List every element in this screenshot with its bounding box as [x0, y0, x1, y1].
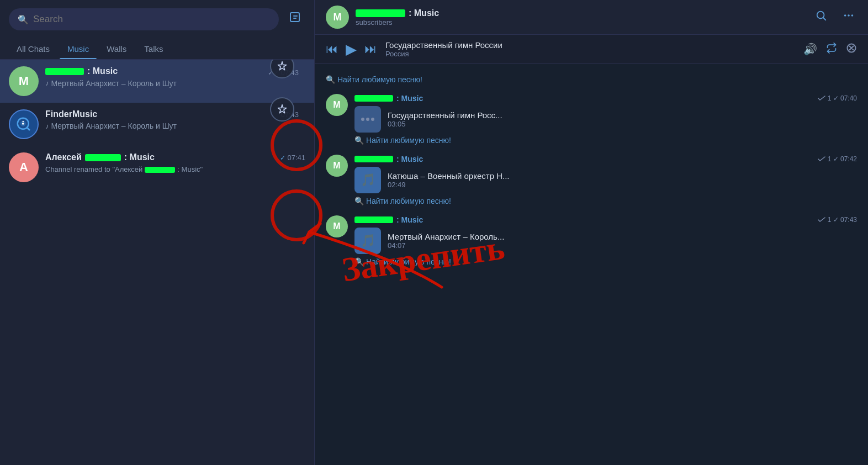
chat-top: : Music ✓✓ 07:43: [45, 66, 299, 77]
avatar: [9, 109, 39, 139]
music-info-3: Мертвый Анархист – Король... 04:07: [388, 232, 504, 250]
redacted-sender: [354, 95, 393, 102]
redacted-name: [45, 68, 84, 75]
header-title-suffix: : Music: [409, 8, 439, 18]
chat-content: Алексей : Music ✓ 07:41 Channel renamed …: [45, 152, 305, 175]
msg-header-3: : Music 1 ✓ 07:43: [354, 215, 857, 224]
msg-content-2: : Music 1 ✓ 07:42 🎵 Катюша – Военный орк…: [354, 155, 857, 205]
find-song-link-2[interactable]: 🔍 Найти любимую песню!: [354, 136, 857, 145]
chat-item-music-m[interactable]: M : Music ✓✓ 07:43 ♪ Мертвый Анархист – …: [0, 60, 314, 103]
player-artist: Россия: [385, 50, 795, 58]
chat-name: : Music: [45, 66, 118, 76]
msg-time-2: 1 ✓ 07:42: [818, 155, 857, 163]
header-title: : Music: [356, 8, 806, 18]
music-card-2: 🎵 Катюша – Военный оркестр Н... 02:49: [354, 167, 857, 193]
svg-point-8: [851, 14, 854, 17]
search-button[interactable]: [813, 7, 829, 27]
chat-name: FinderMusic: [45, 109, 97, 119]
compose-button[interactable]: [285, 8, 305, 31]
note-icon: ♪: [45, 79, 49, 87]
pin-button-2[interactable]: [270, 97, 294, 121]
search-bar[interactable]: 🔍: [9, 8, 279, 30]
msg-header: : Music 1 ✓ 07:40: [354, 94, 857, 103]
chat-item-alexey[interactable]: A Алексей : Music ✓ 07:41 Channel rename…: [0, 146, 314, 189]
volume-button[interactable]: 🔊: [803, 43, 817, 56]
music-thumb-3: 🎵: [354, 228, 381, 254]
msg-sender-2: : Music: [354, 155, 423, 163]
avatar: M: [9, 66, 39, 96]
redacted-sender-2: [354, 156, 393, 162]
msg-content: : Music 1 ✓ 07:40 Государственный гимн Р…: [354, 94, 857, 145]
msg-sender-3: : Music: [354, 215, 423, 224]
player-bar: ⏮ ▶ ⏭ Государственный гимн России Россия…: [315, 35, 868, 64]
find-song-link-3[interactable]: 🔍 Найти любимую песню!: [354, 197, 857, 205]
more-button[interactable]: [840, 7, 857, 27]
redacted-title: [356, 9, 405, 17]
chat-item-findermusic[interactable]: FinderMusic 07:43 ♪ Мертвый Анархист – К…: [0, 103, 314, 146]
player-controls: ⏮ ▶ ⏭: [326, 41, 377, 58]
repeat-button[interactable]: [826, 43, 837, 56]
header-actions: [813, 7, 857, 27]
music-title-3: Мертвый Анархист – Король...: [388, 232, 504, 241]
tab-talks[interactable]: Talks: [136, 39, 171, 59]
tab-all-chats[interactable]: All Chats: [9, 39, 57, 59]
svg-point-5: [817, 12, 824, 19]
tab-music[interactable]: Music: [60, 39, 97, 59]
music-duration-2: 02:49: [388, 181, 509, 189]
svg-point-3: [22, 123, 24, 125]
next-button[interactable]: ⏭: [364, 42, 377, 56]
music-title-2: Катюша – Военный оркестр Н...: [388, 171, 509, 181]
messages-container: 🔍 Найти любимую песню! M : Music 1 ✓ 07:…: [315, 64, 868, 465]
svg-point-7: [848, 14, 850, 17]
music-thumb: [354, 106, 381, 133]
tab-bar: All Chats Music Walls Talks: [0, 39, 314, 60]
msg-avatar: M: [326, 94, 348, 116]
chat-preview: ♪ Мертвый Анархист – Король и Шут: [45, 121, 299, 130]
svg-rect-0: [290, 13, 299, 22]
chat-preview: ♪ Мертвый Анархист – Король и Шут: [45, 79, 299, 88]
chat-header: M : Music subscribers: [315, 0, 868, 35]
msg-avatar-2: M: [326, 155, 348, 177]
prev-button[interactable]: ⏮: [326, 42, 338, 56]
close-player-button[interactable]: [846, 43, 857, 56]
msg-time: 1 ✓ 07:40: [818, 94, 857, 102]
music-card-3: 🎵 Мертвый Анархист – Король... 04:07: [354, 228, 857, 254]
msg-time-3: 1 ✓ 07:43: [818, 216, 857, 224]
play-button[interactable]: ▶: [346, 41, 357, 58]
player-track: Государственный гимн России Россия: [385, 40, 795, 58]
music-info-2: Катюша – Военный оркестр Н... 02:49: [388, 171, 509, 189]
find-song-link[interactable]: 🔍 Найти любимую песню!: [326, 75, 857, 84]
header-avatar: M: [326, 6, 349, 29]
sidebar-header: 🔍: [0, 0, 314, 39]
svg-point-6: [844, 14, 846, 17]
note-icon: ♪: [45, 122, 49, 130]
msg-header-2: : Music 1 ✓ 07:42: [354, 155, 857, 163]
chat-preview: Channel renamed to "Алексей : Music": [45, 165, 305, 175]
redacted-sender-3: [354, 216, 393, 223]
chat-name: Алексей : Music: [45, 152, 155, 162]
message-row: M : Music 1 ✓ 07:40: [326, 94, 857, 145]
checkmarks: ✓: [280, 154, 285, 162]
music-duration-3: 04:07: [388, 241, 504, 250]
chat-time: ✓ 07:41: [280, 154, 305, 162]
search-icon: 🔍: [18, 14, 29, 25]
chat-list: M : Music ✓✓ 07:43 ♪ Мертвый Анархист – …: [0, 60, 314, 465]
header-subtitle: subscribers: [356, 18, 806, 27]
music-duration: 03:05: [388, 120, 502, 128]
tab-walls[interactable]: Walls: [99, 39, 134, 59]
chat-panel: M : Music subscribers ⏮: [315, 0, 868, 465]
chat-content: : Music ✓✓ 07:43 ♪ Мертвый Анархист – Ко…: [45, 66, 299, 88]
msg-sender: : Music: [354, 94, 423, 103]
music-card: Государственный гимн Росс... 03:05: [354, 106, 857, 133]
chat-top: Алексей : Music ✓ 07:41: [45, 152, 305, 162]
search-input[interactable]: [33, 14, 270, 25]
avatar: A: [9, 152, 39, 182]
message-row-2: M : Music 1 ✓ 07:42 🎵 Катюша – Военный: [326, 155, 857, 205]
chat-top: FinderMusic 07:43: [45, 109, 299, 119]
music-title: Государственный гимн Росс...: [388, 110, 502, 120]
msg-content-3: : Music 1 ✓ 07:43 🎵 Мертвый Анархист – К…: [354, 215, 857, 266]
chat-content: FinderMusic 07:43 ♪ Мертвый Анархист – К…: [45, 109, 299, 130]
player-title: Государственный гимн России: [385, 40, 795, 50]
header-info: : Music subscribers: [356, 8, 806, 27]
find-song-link-4[interactable]: 🔍 Найти любимую песню!: [354, 257, 857, 266]
